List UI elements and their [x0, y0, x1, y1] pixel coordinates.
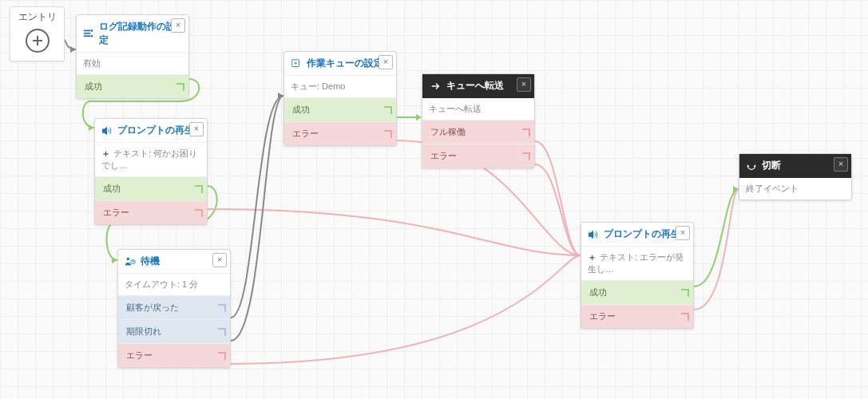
- node-wait[interactable]: × 待機 タイムアウト: 1 分 顧客が戻った 期限切れ エラー: [117, 249, 231, 368]
- svg-point-18: [754, 164, 755, 166]
- node-title: 作業キューの設定: [307, 57, 383, 70]
- svg-point-13: [127, 257, 130, 260]
- entry-node[interactable]: エントリ: [10, 6, 65, 61]
- close-icon[interactable]: ×: [517, 77, 531, 92]
- node-body: ＋テキスト: エラーが発生し…: [581, 247, 693, 280]
- node-title: キューへ転送: [446, 79, 504, 93]
- node-prompt-1[interactable]: × プロンプトの再生 ＋テキスト: 何かお困りでし… 成功 エラー: [94, 118, 208, 225]
- node-disconnect[interactable]: × 切断 終了イベント: [739, 153, 852, 200]
- output-error[interactable]: エラー: [118, 343, 230, 367]
- entry-label: エントリ: [18, 11, 57, 22]
- close-icon[interactable]: ×: [189, 122, 204, 136]
- node-transfer[interactable]: × キューへ転送 キューへ転送 フル稼働 エラー: [422, 73, 535, 168]
- node-body: 終了イベント: [739, 178, 851, 200]
- add-icon[interactable]: ＋: [588, 252, 597, 262]
- node-body: タイムアウト: 1 分: [118, 274, 230, 295]
- close-icon[interactable]: ×: [171, 18, 185, 33]
- speaker-icon: [101, 125, 113, 136]
- svg-marker-5: [416, 114, 422, 120]
- node-log[interactable]: × ログ記録動作の設定 有効 成功: [76, 14, 189, 99]
- close-icon[interactable]: ×: [834, 157, 848, 172]
- node-title: 待機: [141, 255, 160, 268]
- node-body: キュー: Demo: [284, 76, 396, 97]
- output-at-capacity[interactable]: フル稼働: [422, 120, 534, 144]
- svg-marker-4: [278, 93, 283, 99]
- svg-point-10: [91, 30, 93, 32]
- node-body: ＋テキスト: 何かお困りでし…: [95, 143, 207, 176]
- svg-marker-2: [112, 257, 117, 263]
- disconnect-icon: [746, 160, 757, 172]
- output-success[interactable]: 成功: [581, 280, 693, 304]
- queue-icon: [291, 58, 302, 69]
- output-error[interactable]: エラー: [581, 304, 693, 328]
- add-icon[interactable]: ＋: [101, 148, 110, 158]
- svg-marker-12: [102, 126, 107, 135]
- output-error[interactable]: エラー: [422, 144, 534, 168]
- node-title: ログ記録動作の設定: [99, 20, 182, 47]
- settings-icon: [83, 28, 94, 39]
- node-prompt-2[interactable]: × プロンプトの再生 ＋テキスト: エラーが発生し… 成功 エラー: [581, 222, 694, 329]
- speaker-icon: [588, 229, 599, 240]
- close-icon[interactable]: ×: [676, 226, 690, 240]
- svg-marker-6: [733, 186, 739, 192]
- svg-marker-16: [589, 230, 593, 239]
- svg-marker-3: [575, 252, 581, 259]
- output-error[interactable]: エラー: [284, 121, 396, 145]
- close-icon[interactable]: ×: [212, 253, 227, 267]
- output-success[interactable]: 成功: [95, 176, 207, 200]
- node-title: プロンプトの再生: [117, 124, 194, 137]
- node-title: 切断: [762, 159, 781, 172]
- node-body: キューへ転送: [422, 98, 534, 120]
- svg-rect-8: [84, 33, 90, 34]
- transfer-icon: [430, 81, 442, 92]
- svg-point-17: [747, 164, 748, 166]
- svg-marker-0: [70, 46, 76, 53]
- output-timeout[interactable]: 期限切れ: [118, 319, 230, 343]
- flow-canvas[interactable]: エントリ × ログ記録動作の設定 有効 成功 × プロンプトの再生 ＋テキスト:…: [0, 0, 868, 399]
- node-queue[interactable]: × 作業キューの設定 キュー: Demo 成功 エラー: [283, 51, 397, 146]
- output-success[interactable]: 成功: [284, 97, 396, 121]
- svg-rect-7: [84, 30, 90, 32]
- person-wait-icon: [125, 256, 136, 267]
- node-title: プロンプトの再生: [604, 227, 680, 241]
- svg-point-11: [91, 35, 93, 38]
- output-error[interactable]: エラー: [95, 200, 207, 224]
- svg-rect-9: [84, 35, 90, 37]
- entry-icon: [26, 29, 50, 53]
- node-body: 有効: [77, 53, 188, 74]
- close-icon[interactable]: ×: [379, 55, 393, 69]
- svg-marker-1: [89, 124, 94, 131]
- output-customer-returned[interactable]: 顧客が戻った: [118, 295, 230, 319]
- output-success[interactable]: 成功: [77, 74, 188, 98]
